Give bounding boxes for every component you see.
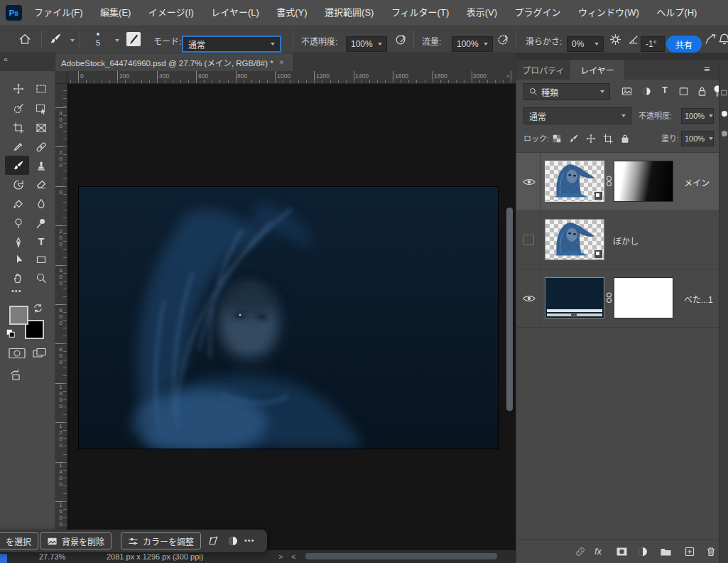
crop-tool-icon[interactable]	[13, 122, 24, 134]
add-mask-icon[interactable]	[616, 546, 627, 557]
adjustment-circle-icon[interactable]	[227, 535, 239, 547]
swap-colors-icon[interactable]	[33, 303, 44, 314]
menu-edit[interactable]: 編集(E)	[93, 0, 138, 26]
taskbar-more-icon[interactable]: •••	[244, 536, 255, 545]
mode-select[interactable]: 通常	[182, 36, 281, 53]
new-layer-icon[interactable]	[684, 546, 695, 557]
zoom-percent[interactable]: 27.73%	[39, 552, 65, 561]
zoom-tool-icon[interactable]	[36, 272, 47, 284]
clone-stamp-tool-icon[interactable]	[36, 160, 47, 171]
airbrush-icon[interactable]	[497, 33, 509, 45]
brush-preset-chevron-icon[interactable]	[70, 39, 75, 42]
eraser-tool-icon[interactable]	[36, 179, 47, 191]
shape-tool-icon[interactable]	[36, 254, 47, 265]
quick-selection-tool-icon[interactable]	[13, 103, 24, 114]
layer-row-main[interactable]: メイン	[516, 153, 719, 210]
visibility-eye-icon[interactable]	[523, 294, 536, 303]
new-group-icon[interactable]	[660, 546, 671, 557]
ps-logo[interactable]: Ps	[6, 5, 22, 21]
dock-color-icon[interactable]	[722, 111, 727, 117]
eyedropper-tool-icon[interactable]	[13, 141, 24, 153]
mask-link-icon[interactable]	[606, 291, 612, 304]
home-icon[interactable]	[18, 33, 30, 44]
frame-tool-icon[interactable]	[36, 122, 47, 134]
visibility-empty-box[interactable]	[523, 235, 534, 245]
menu-help[interactable]: ヘルプ(H)	[649, 0, 704, 26]
document-tab[interactable]: AdobeStock_644746960.psd @ 27.7% (メイン, R…	[55, 53, 294, 71]
toggle-brush-panel-icon[interactable]	[126, 32, 141, 46]
link-layers-icon[interactable]	[575, 546, 586, 557]
tab-layers[interactable]: レイヤー	[570, 60, 624, 80]
remove-background-button[interactable]: 背景を削除	[40, 532, 112, 549]
pressure-size-icon[interactable]	[705, 33, 716, 45]
layer-name[interactable]: ぼかし	[613, 235, 639, 247]
flow-field[interactable]: 100%	[452, 36, 493, 52]
horizontal-ruler[interactable]: 0 200 400 600 800 1000 1200 1400 1600 18…	[67, 71, 516, 84]
lock-artboard-icon[interactable]	[603, 134, 614, 145]
brush-tool-preset-icon[interactable]	[50, 33, 61, 44]
type-tool-icon[interactable]: T	[36, 236, 47, 247]
layer-effects-icon[interactable]: fx	[594, 546, 602, 557]
edit-toolbar-icon[interactable]: •••	[11, 286, 22, 295]
layer-filter-select[interactable]: 種類	[523, 83, 610, 100]
collapse-panels-icon[interactable]: «	[4, 55, 8, 63]
menu-plugins[interactable]: プラグイン	[507, 0, 567, 26]
dock-history-icon[interactable]	[721, 90, 727, 96]
mask-link-icon[interactable]	[606, 175, 612, 188]
hand-tool-icon[interactable]	[13, 272, 24, 284]
transform-icon[interactable]	[207, 535, 219, 547]
tab-properties[interactable]: プロパティ	[516, 60, 570, 80]
layer-name[interactable]: べた...1	[684, 293, 713, 305]
layer-name[interactable]: メイン	[684, 176, 710, 188]
ruler-corner[interactable]	[55, 71, 67, 84]
layer-thumbnail[interactable]	[545, 161, 604, 202]
blur-tool-icon[interactable]	[36, 198, 47, 210]
brush-tool-icon[interactable]	[13, 160, 24, 171]
opacity-field[interactable]: 100%	[346, 36, 387, 52]
lock-move-icon[interactable]	[586, 134, 597, 145]
filter-type-icon[interactable]: T	[662, 85, 668, 95]
blend-mode-select[interactable]: 通常	[523, 107, 631, 124]
layer-mask-thumbnail[interactable]	[614, 161, 673, 202]
menu-filter[interactable]: フィルター(T)	[384, 0, 456, 26]
fill-field[interactable]: 100%	[681, 131, 714, 146]
foreground-color-swatch[interactable]	[9, 306, 28, 325]
brush-size-picker[interactable]: 5	[89, 31, 107, 49]
v-scroll-up-icon[interactable]: ^	[506, 74, 509, 81]
dodge-tool-icon[interactable]	[13, 218, 24, 229]
fill-layer-thumbnail[interactable]	[545, 277, 604, 318]
vertical-scrollbar-thumb[interactable]	[506, 208, 513, 411]
default-colors-icon[interactable]	[6, 328, 17, 340]
notification-bell-icon[interactable]	[718, 33, 728, 44]
screen-mode-icon[interactable]	[33, 348, 47, 359]
object-selection-tool-icon[interactable]	[36, 103, 47, 114]
move-tool-icon[interactable]	[13, 83, 24, 95]
delete-layer-icon[interactable]	[705, 546, 717, 557]
pen-tool-icon[interactable]	[13, 237, 24, 248]
layer-opacity-field[interactable]: 100%	[681, 108, 714, 124]
share-button[interactable]: 共有	[666, 36, 702, 53]
menu-type[interactable]: 書式(Y)	[269, 0, 314, 26]
brush-size-chevron-icon[interactable]	[115, 39, 119, 42]
canvas-document[interactable]	[78, 186, 499, 449]
layer-row-blur[interactable]: ぼかし	[516, 211, 719, 269]
lock-all-icon[interactable]	[620, 134, 631, 145]
marquee-tool-icon[interactable]	[36, 83, 47, 95]
rotate-view-icon[interactable]	[9, 369, 23, 380]
brush-angle-field[interactable]: -1°	[641, 36, 665, 52]
adjust-color-button[interactable]: カラーを調整	[121, 532, 201, 549]
smoothing-gear-icon[interactable]	[609, 33, 621, 45]
path-selection-tool-icon[interactable]	[13, 254, 24, 265]
quick-mask-icon[interactable]	[9, 348, 26, 359]
document-info[interactable]: 2081 px x 1296 px (300 ppi)	[107, 552, 203, 561]
menu-view[interactable]: 表示(V)	[460, 0, 504, 26]
layer-mask-thumbnail[interactable]	[614, 277, 673, 318]
smudge-tool-icon[interactable]	[36, 218, 47, 229]
menu-select[interactable]: 選択範囲(S)	[317, 0, 381, 26]
lock-paint-icon[interactable]	[569, 134, 580, 145]
history-brush-tool-icon[interactable]	[13, 179, 24, 191]
smoothing-field[interactable]: 0%	[567, 36, 604, 52]
horizontal-scrollbar-thumb[interactable]	[305, 553, 497, 559]
status-prev-icon[interactable]: <	[291, 552, 295, 561]
filter-shape-icon[interactable]	[678, 86, 690, 97]
